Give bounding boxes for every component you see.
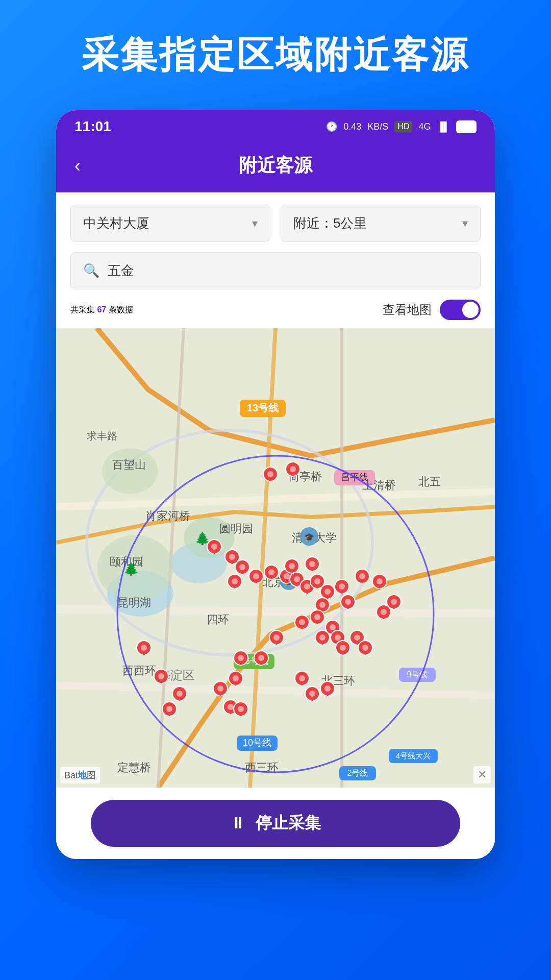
phone-frame: 11:01 🕐 0.43 KB/S HD 4G ▐▌ 89 ‹ 附近客源 中关村… — [56, 110, 495, 859]
clock-icon: 🕐 — [326, 121, 337, 132]
baidu-logo: Bai地图 — [60, 767, 100, 783]
network-icon: 4G — [418, 121, 431, 132]
svg-text:昆明湖: 昆明湖 — [117, 596, 151, 609]
search-input[interactable]: 五金 — [108, 262, 468, 280]
svg-text:🎓: 🎓 — [304, 532, 314, 542]
speed-unit: KB/S — [367, 121, 388, 132]
map-toggle-wrap: 查看地图 — [383, 300, 481, 320]
stats-label: 共采集 67 条数据 — [70, 305, 133, 315]
svg-text:13号线: 13号线 — [247, 402, 279, 413]
stop-btn-wrap: ⏸ 停止采集 — [56, 788, 495, 859]
range-value: 附近：5公里 — [293, 214, 367, 232]
stats-prefix: 共采集 — [70, 305, 95, 314]
controls-section: 中关村大厦 ▾ 附近：5公里 ▾ 🔍 五金 共采集 67 条数据 查看地图 — [56, 192, 495, 328]
svg-text:复兴路: 复兴路 — [230, 787, 263, 788]
svg-text:求丰路: 求丰路 — [87, 430, 117, 442]
svg-text:北五: 北五 — [418, 475, 441, 488]
stats-count: 67 — [97, 305, 106, 314]
svg-text:4号线大兴: 4号线大兴 — [396, 751, 431, 760]
close-map-icon[interactable]: ✕ — [473, 766, 491, 783]
battery-indicator: 89 — [456, 120, 477, 133]
map-area[interactable]: 13号线 昌平线 16号线 10号线 2号线 4号线大兴 9号线 百望山 肖家河… — [56, 328, 495, 788]
location-dropdown[interactable]: 中关村大厦 ▾ — [70, 205, 270, 242]
location-value: 中关村大厦 — [83, 214, 149, 232]
svg-text:10号线: 10号线 — [243, 738, 271, 748]
status-bar: 11:01 🕐 0.43 KB/S HD 4G ▐▌ 89 — [56, 110, 495, 143]
filter-row: 中关村大厦 ▾ 附近：5公里 ▾ — [70, 205, 481, 242]
status-icons: 🕐 0.43 KB/S HD 4G ▐▌ 89 — [326, 120, 477, 133]
svg-text:四环: 四环 — [207, 613, 229, 626]
svg-text:圆明园: 圆明园 — [219, 522, 253, 535]
svg-text:百望山: 百望山 — [112, 458, 146, 471]
svg-text:9号线: 9号线 — [407, 670, 428, 679]
map-svg: 13号线 昌平线 16号线 10号线 2号线 4号线大兴 9号线 百望山 肖家河… — [56, 328, 495, 788]
stop-btn-label: 停止采集 — [256, 812, 321, 835]
stats-row: 共采集 67 条数据 查看地图 — [70, 300, 481, 328]
search-bar: 🔍 五金 — [70, 252, 481, 289]
map-toggle-label: 查看地图 — [383, 302, 432, 318]
search-icon: 🔍 — [83, 263, 99, 279]
signal-icon: ▐▌ — [437, 121, 450, 132]
speed-text: 0.43 — [343, 121, 361, 132]
pause-icon: ⏸ — [230, 815, 245, 832]
svg-point-10 — [102, 448, 158, 494]
hd-badge: HD — [394, 121, 412, 132]
page-title: 采集指定区域附近客源 — [82, 31, 469, 80]
range-arrow-icon: ▾ — [462, 217, 468, 230]
back-button[interactable]: ‹ — [74, 155, 81, 177]
stats-suffix: 条数据 — [109, 305, 133, 314]
range-dropdown[interactable]: 附近：5公里 ▾ — [281, 205, 481, 242]
status-time: 11:01 — [74, 118, 111, 135]
location-arrow-icon: ▾ — [252, 217, 258, 230]
map-toggle-switch[interactable] — [440, 300, 481, 320]
app-header: ‹ 附近客源 — [56, 143, 495, 192]
svg-text:定慧桥: 定慧桥 — [117, 761, 151, 774]
stop-collection-button[interactable]: ⏸ 停止采集 — [91, 800, 460, 847]
header-title: 附近客源 — [239, 153, 312, 178]
svg-text:2号线: 2号线 — [347, 769, 368, 777]
